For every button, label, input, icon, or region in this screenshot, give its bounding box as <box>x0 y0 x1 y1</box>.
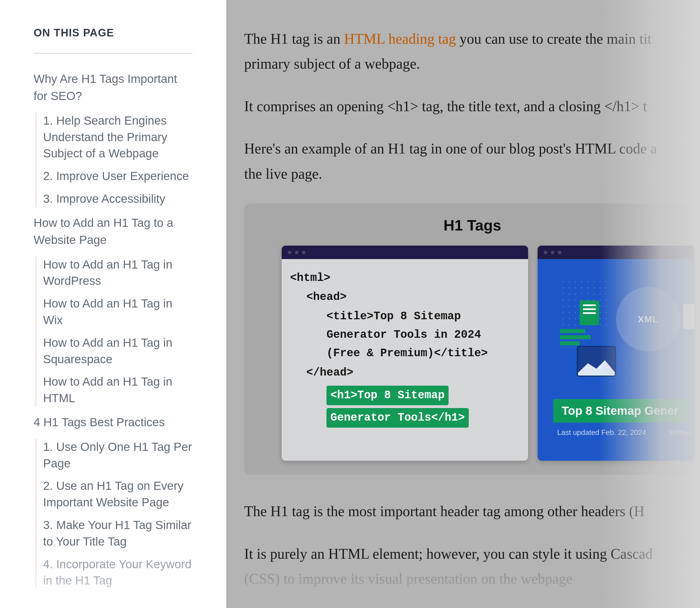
code-line: <title>Top 8 Sitemap Generator Tools in … <box>290 307 520 363</box>
toc-sublist: How to Add an H1 Tag in WordPress How to… <box>35 256 193 407</box>
link-html-heading-tag[interactable]: HTML heading tag <box>344 31 456 47</box>
h1-highlight: <h1>Top 8 Sitemap <box>327 386 449 405</box>
toc-subitem[interactable]: How to Add an H1 Tag in HTML <box>43 374 193 407</box>
live-body: XML </ Top 8 Sitemap Gener Last updated … <box>538 259 694 461</box>
window-dot-icon <box>302 251 306 254</box>
figure-title: H1 Tags <box>244 216 700 234</box>
code-window: <html> <head> <title>Top 8 Sitemap Gener… <box>282 246 528 461</box>
text: the live page. <box>244 166 322 182</box>
paragraph: The H1 tag is the most important header … <box>244 499 700 524</box>
text: Here's an example of an H1 tag in one of… <box>244 140 657 156</box>
toc-subitem[interactable]: 3. Make Your H1 Tag Similar to Your Titl… <box>43 517 193 550</box>
figure-h1-tags: H1 Tags <html> <head> <title>Top 8 Sitem… <box>244 204 700 475</box>
window-dot-icon <box>558 251 561 254</box>
window-titlebar <box>282 246 528 259</box>
toc-divider <box>34 53 193 54</box>
window-titlebar <box>538 246 694 259</box>
code-line: <head> <box>290 288 520 306</box>
figure-panels: <html> <head> <title>Top 8 Sitemap Gener… <box>244 246 700 461</box>
xml-badge-icon: XML <box>616 287 680 352</box>
code-line: <html> <box>290 269 520 287</box>
bars-icon <box>560 329 591 346</box>
toc-subitem[interactable]: 1. Help Search Engines Understand the Pr… <box>43 113 193 162</box>
paragraph: The H1 tag is an HTML heading tag you ca… <box>244 26 700 76</box>
text: The H1 tag is an <box>244 31 344 47</box>
toc-sublist: 1. Use Only One H1 Tag Per Page 2. Use a… <box>35 439 193 589</box>
toc-sidebar: ON THIS PAGE Why Are H1 Tags Important f… <box>0 0 226 608</box>
h1-highlight: Generator Tools</h1> <box>327 408 469 428</box>
toc-item-how-to-add[interactable]: How to Add an H1 Tag to a Website Page <box>34 214 193 249</box>
toc-list: Why Are H1 Tags Important for SEO? 1. He… <box>34 71 193 589</box>
live-h1-title: Top 8 Sitemap Gener <box>553 399 687 423</box>
meta-updated: Last updated Feb. 22, 2024 <box>557 428 646 437</box>
toc-heading: ON THIS PAGE <box>34 27 193 39</box>
live-meta: Last updated Feb. 22, 2024 Written <box>557 428 692 437</box>
toc-item-why-important[interactable]: Why Are H1 Tags Important for SEO? <box>34 71 193 105</box>
window-dot-icon <box>544 251 547 254</box>
text: It is purely an HTML element; however, y… <box>244 546 653 562</box>
image-icon <box>577 346 616 377</box>
window-dot-icon <box>295 251 298 254</box>
paragraph: It comprises an opening <h1> tag, the ti… <box>244 94 700 119</box>
toc-subitem[interactable]: 4. Incorporate Your Keyword in the H1 Ta… <box>43 556 193 589</box>
live-hero-graphic: XML </ <box>551 270 694 394</box>
toc-subitem[interactable]: How to Add an H1 Tag in Wix <box>43 296 193 328</box>
toc-subitem[interactable]: 2. Use an H1 Tag on Every Important Webs… <box>43 478 193 511</box>
text: The H1 tag is the most important header … <box>244 503 645 519</box>
text: (CSS) to improve its visual presentation… <box>244 571 572 587</box>
paragraph: Here's an example of an H1 tag in one of… <box>244 136 700 186</box>
window-dot-icon <box>288 251 291 254</box>
toc-subitem[interactable]: 3. Improve Accessibility <box>43 191 193 207</box>
document-icon <box>580 301 599 325</box>
text: you can use to create the main tit <box>456 31 652 47</box>
code-chip-icon: </ <box>683 304 694 329</box>
text: primary subject of a webpage. <box>244 56 420 72</box>
window-dot-icon <box>551 251 555 254</box>
toc-item-best-practices[interactable]: 4 H1 Tags Best Practices <box>34 414 193 431</box>
live-preview-window: XML </ Top 8 Sitemap Gener Last updated … <box>538 246 694 461</box>
toc-sublist: 1. Help Search Engines Understand the Pr… <box>35 113 193 207</box>
article-main: The H1 tag is an HTML heading tag you ca… <box>226 0 700 608</box>
code-body: <html> <head> <title>Top 8 Sitemap Gener… <box>282 259 528 440</box>
code-line: </head> <box>290 364 520 382</box>
toc-subitem[interactable]: 2. Improve User Experience <box>43 168 193 185</box>
paragraph: It is purely an HTML element; however, y… <box>244 542 700 591</box>
toc-subitem[interactable]: How to Add an H1 Tag in WordPress <box>43 256 193 289</box>
meta-written: Written <box>669 428 692 437</box>
text: It comprises an opening <h1> tag, the ti… <box>244 98 647 114</box>
toc-subitem[interactable]: How to Add an H1 Tag in Squarespace <box>43 335 193 368</box>
toc-subitem[interactable]: 1. Use Only One H1 Tag Per Page <box>43 439 193 472</box>
